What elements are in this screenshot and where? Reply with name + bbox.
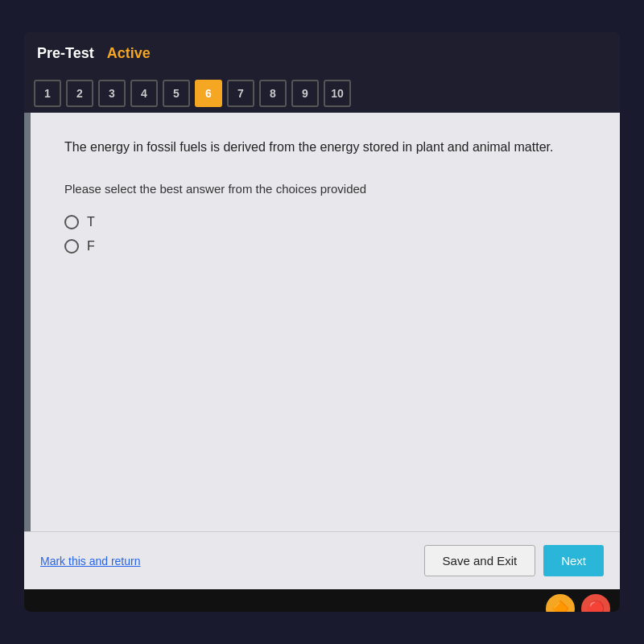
nav-btn-3[interactable]: 3 [98, 80, 126, 107]
nav-btn-8[interactable]: 8 [259, 80, 287, 107]
main-content: The energy in fossil fuels is derived fr… [24, 113, 620, 531]
page-title: Pre-Test [37, 45, 94, 62]
screen-container: Pre-Test Active 12345678910 The energy i… [24, 32, 620, 612]
nav-btn-6[interactable]: 6 [195, 80, 222, 107]
question-text: The energy in fossil fuels is derived fr… [56, 137, 588, 158]
header-bar: Pre-Test Active [24, 32, 620, 74]
answer-options: T F [56, 215, 588, 254]
next-button[interactable]: Next [543, 545, 604, 576]
option-true-label: T [87, 215, 95, 229]
nav-btn-9[interactable]: 9 [291, 80, 319, 107]
radio-true[interactable] [64, 215, 79, 229]
nav-btn-10[interactable]: 10 [324, 80, 351, 107]
taskbar-icon-red[interactable]: 🔴 [581, 594, 610, 612]
status-badge: Active [107, 45, 151, 62]
nav-btn-7[interactable]: 7 [227, 80, 254, 107]
footer-buttons: Save and Exit Next [424, 545, 604, 576]
footer: Mark this and return Save and Exit Next [24, 531, 620, 589]
left-accent-bar [24, 113, 31, 531]
nav-btn-4[interactable]: 4 [130, 80, 158, 107]
option-false-label: F [87, 239, 95, 254]
nav-btn-2[interactable]: 2 [66, 80, 93, 107]
question-navigation: 12345678910 [24, 74, 620, 113]
taskbar-icon-orange[interactable]: 🔶 [546, 594, 575, 612]
radio-false[interactable] [64, 239, 79, 254]
option-false[interactable]: F [64, 239, 588, 254]
nav-btn-1[interactable]: 1 [34, 80, 61, 107]
mark-return-button[interactable]: Mark this and return [40, 555, 141, 568]
instruction-text: Please select the best answer from the c… [56, 182, 588, 196]
save-exit-button[interactable]: Save and Exit [424, 545, 536, 576]
nav-btn-5[interactable]: 5 [163, 80, 190, 107]
option-true[interactable]: T [64, 215, 588, 229]
taskbar: 🔶 🔴 [24, 589, 620, 612]
